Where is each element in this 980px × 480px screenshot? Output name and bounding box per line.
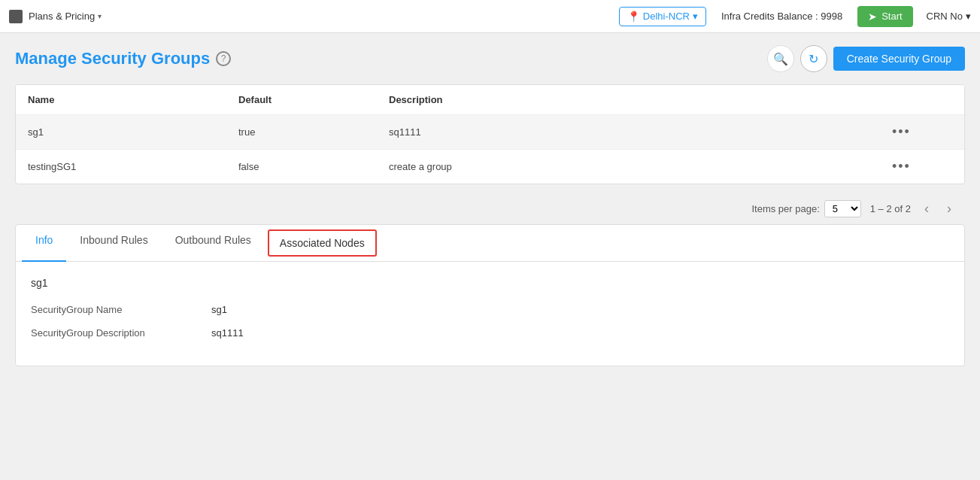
refresh-icon: ↻ (809, 52, 818, 66)
row-description: sq1111 (389, 126, 892, 138)
pagination: Items per page: 5 10 20 1 – 2 of 2 ‹ › (15, 193, 965, 224)
help-icon[interactable]: ? (216, 51, 231, 66)
main-content: Manage Security Groups ? 🔍 ↻ Create Secu… (0, 33, 980, 480)
prev-page-button[interactable]: ‹ (920, 199, 933, 218)
start-button[interactable]: ➤ Start (857, 6, 912, 27)
search-icon: 🔍 (773, 52, 788, 66)
col-default: Default (238, 94, 389, 105)
detail-content: sg1 SecurityGroup Name sg1 SecurityGroup… (16, 262, 964, 366)
app-logo (9, 10, 23, 23)
row-name: testingSG1 (28, 161, 238, 172)
row-default: false (238, 161, 389, 172)
detail-group-name: sg1 (31, 277, 949, 289)
row-default: true (238, 126, 389, 138)
next-page-button[interactable]: › (942, 199, 956, 218)
table-row[interactable]: sg1 true sq1111 ••• (16, 115, 964, 150)
tab-inbound-rules[interactable]: Inbound Rules (66, 225, 161, 262)
tab-outbound-rules[interactable]: Outbound Rules (162, 225, 265, 262)
region-chevron-icon: ▾ (693, 11, 698, 22)
plans-pricing-menu[interactable]: Plans & Pricing ▾ (29, 11, 102, 22)
region-selector[interactable]: 📍 Delhi-NCR ▾ (619, 7, 706, 26)
field-label-name: SecurityGroup Name (31, 304, 181, 315)
credits-balance: Infra Credits Balance : 9998 (721, 11, 842, 22)
row-actions-button[interactable]: ••• (892, 159, 911, 175)
detail-field-row: SecurityGroup Name sg1 (31, 304, 949, 315)
next-icon: › (947, 201, 951, 216)
per-page-select[interactable]: 5 10 20 (824, 200, 861, 217)
refresh-button[interactable]: ↻ (800, 45, 827, 72)
prev-icon: ‹ (924, 201, 929, 216)
start-label: Start (881, 11, 902, 22)
table-header-row: Name Default Description (16, 85, 964, 115)
detail-panel: Info Inbound Rules Outbound Rules Associ… (15, 224, 965, 366)
col-name: Name (28, 94, 238, 105)
row-actions-button[interactable]: ••• (892, 124, 911, 140)
page-header: Manage Security Groups ? 🔍 ↻ Create Secu… (15, 45, 965, 72)
row-actions-cell: ••• (892, 159, 952, 175)
field-label-description: SecurityGroup Description (31, 327, 181, 339)
region-label: Delhi-NCR (643, 11, 690, 22)
crn-selector[interactable]: CRN No ▾ (927, 11, 971, 22)
crn-label: CRN No (927, 11, 963, 22)
security-groups-table-card: Name Default Description sg1 true sq1111… (15, 84, 965, 184)
location-icon: 📍 (627, 11, 640, 23)
detail-field-row: SecurityGroup Description sq1111 (31, 327, 949, 339)
create-security-group-button[interactable]: Create Security Group (833, 47, 965, 71)
col-description: Description (389, 94, 892, 105)
plans-chevron-icon: ▾ (98, 12, 102, 20)
header-actions: 🔍 ↻ Create Security Group (767, 45, 965, 72)
crn-chevron-icon: ▾ (966, 11, 971, 22)
table-row[interactable]: testingSG1 false create a group ••• (16, 150, 964, 184)
page-title: Manage Security Groups (15, 49, 210, 68)
field-value-name: sg1 (211, 304, 227, 315)
pagination-range: 1 – 2 of 2 (870, 203, 911, 214)
items-per-page-control: Items per page: 5 10 20 (751, 200, 860, 217)
top-navigation: Plans & Pricing ▾ 📍 Delhi-NCR ▾ Infra Cr… (0, 0, 980, 33)
search-button[interactable]: 🔍 (767, 45, 794, 72)
tab-associated-nodes[interactable]: Associated Nodes (268, 229, 377, 257)
items-per-page-label: Items per page: (751, 203, 819, 214)
row-actions-cell: ••• (892, 124, 952, 140)
field-value-description: sq1111 (211, 327, 244, 339)
detail-tabs: Info Inbound Rules Outbound Rules Associ… (16, 225, 964, 262)
col-actions (892, 94, 952, 105)
start-icon: ➤ (868, 11, 877, 23)
row-description: create a group (389, 161, 892, 172)
tab-info[interactable]: Info (22, 225, 66, 262)
plans-pricing-label: Plans & Pricing (29, 11, 95, 22)
row-name: sg1 (28, 126, 238, 138)
